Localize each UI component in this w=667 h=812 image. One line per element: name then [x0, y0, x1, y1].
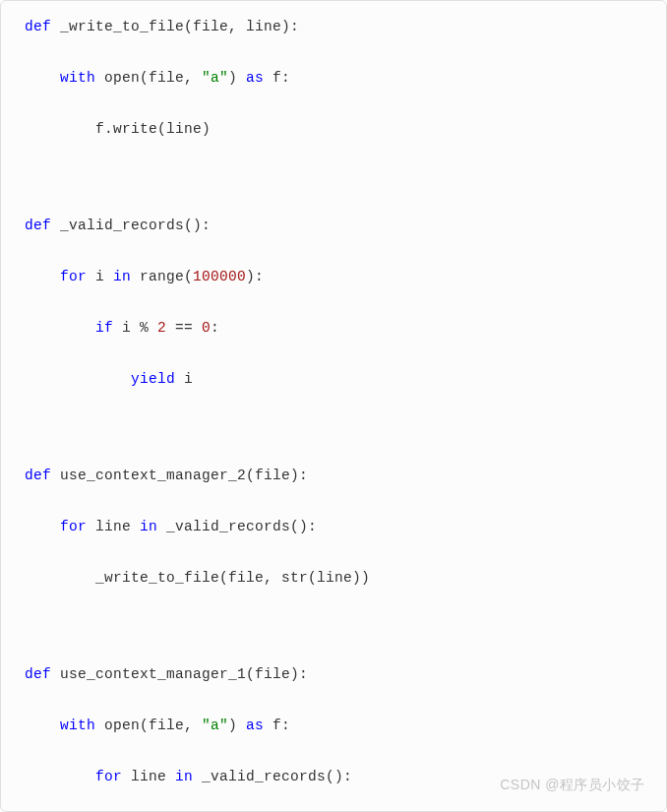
token-fn: _write_to_file(file, str(line))	[95, 570, 370, 586]
token-fn: i	[184, 371, 193, 387]
token-fn: _valid_records():	[166, 519, 317, 534]
empty-line	[25, 791, 642, 812]
empty-line	[25, 490, 642, 513]
token-fn: i %	[122, 320, 157, 336]
token-kw: with	[60, 718, 104, 733]
empty-line	[25, 593, 642, 615]
code-line: _write_to_file(file, str(line))	[25, 564, 642, 593]
token-fn: _write_to_file(file, line):	[60, 19, 299, 34]
token-kw: for	[60, 519, 95, 534]
token-fn: f:	[264, 718, 290, 733]
code-line: def use_context_manager_2(file):	[25, 462, 642, 490]
token-num: 100000	[193, 269, 246, 284]
empty-line	[25, 689, 642, 712]
empty-line	[25, 740, 642, 763]
token-kw: for	[60, 269, 95, 284]
empty-line	[25, 394, 642, 416]
indent	[25, 320, 95, 336]
code-line: for i in range(100000):	[25, 263, 642, 291]
code-line: for line in _valid_records():	[25, 513, 642, 541]
token-fn: use_context_manager_2(file):	[60, 468, 308, 483]
empty-line	[25, 189, 642, 212]
token-fn: range(	[140, 269, 193, 284]
code-block: def _write_to_file(file, line): with ope…	[0, 0, 667, 812]
token-fn: f:	[264, 70, 290, 86]
token-kw: as	[246, 718, 264, 733]
empty-line	[25, 41, 642, 64]
token-kw: def	[25, 666, 60, 682]
token-fn: )	[228, 70, 246, 86]
indent	[25, 769, 95, 784]
token-fn: line	[95, 519, 140, 534]
token-kw: def	[25, 19, 60, 34]
token-kw: in	[113, 269, 140, 284]
code-line: def use_context_manager_1(file):	[25, 660, 642, 689]
code-line: if i % 2 == 0:	[25, 314, 642, 343]
empty-line	[25, 93, 642, 115]
empty-line	[25, 638, 642, 660]
empty-line	[25, 439, 642, 462]
empty-line	[25, 541, 642, 564]
indent	[25, 70, 60, 86]
indent	[25, 570, 95, 586]
code-line: yield i	[25, 365, 642, 394]
indent	[25, 121, 95, 137]
token-str: "a"	[202, 70, 228, 86]
token-str: "a"	[202, 718, 228, 733]
token-kw: in	[175, 769, 202, 784]
watermark-text: CSDN @程序员小饺子	[500, 777, 645, 794]
token-num: 0	[202, 320, 211, 336]
code-line: def _valid_records():	[25, 212, 642, 240]
empty-line	[25, 416, 642, 439]
empty-line	[25, 615, 642, 638]
token-fn: ==	[166, 320, 202, 336]
empty-line	[25, 291, 642, 314]
empty-line	[25, 144, 642, 166]
token-fn: :	[211, 320, 219, 336]
code-line: with open(file, "a") as f:	[25, 712, 642, 740]
token-kw: as	[246, 70, 264, 86]
token-fn: )	[228, 718, 246, 733]
indent	[25, 269, 60, 284]
code-line: f.write(line)	[25, 115, 642, 144]
token-kw: def	[25, 218, 60, 233]
token-fn: line	[131, 769, 175, 784]
token-fn: _valid_records():	[202, 769, 352, 784]
token-fn: open(file,	[104, 70, 202, 86]
token-kw: yield	[131, 371, 184, 387]
code-content: def _write_to_file(file, line): with ope…	[25, 13, 642, 812]
empty-line	[25, 343, 642, 365]
indent	[25, 718, 60, 733]
token-fn: _valid_records():	[60, 218, 211, 233]
token-kw: def	[25, 468, 60, 483]
token-kw: for	[95, 769, 131, 784]
token-fn: open(file,	[104, 718, 202, 733]
empty-line	[25, 240, 642, 263]
indent	[25, 371, 131, 387]
token-fn: i	[95, 269, 113, 284]
token-kw: in	[140, 519, 166, 534]
indent	[25, 519, 60, 534]
token-fn: ):	[246, 269, 264, 284]
empty-line	[25, 166, 642, 189]
token-fn: f.write(line)	[95, 121, 211, 137]
token-kw: with	[60, 70, 104, 86]
token-kw: if	[95, 320, 122, 336]
token-num: 2	[157, 320, 166, 336]
code-line: with open(file, "a") as f:	[25, 64, 642, 93]
code-line: def _write_to_file(file, line):	[25, 13, 642, 41]
token-fn: use_context_manager_1(file):	[60, 666, 308, 682]
